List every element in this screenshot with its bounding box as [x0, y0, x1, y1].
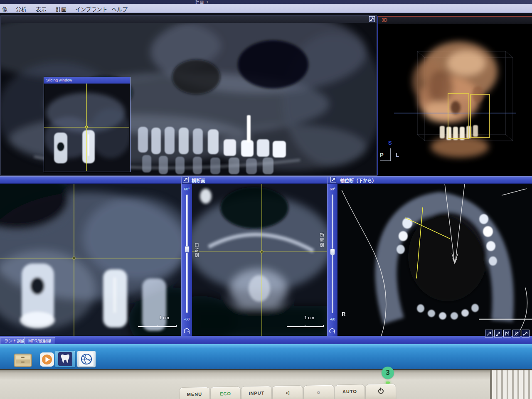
- dental-app-button[interactable]: [55, 351, 75, 367]
- slider-min-label: -60: [182, 317, 192, 321]
- menu-item-view[interactable]: 表示: [36, 5, 47, 13]
- view3d-panel-header: 3D: [378, 16, 532, 24]
- palatal-side-label: 口蓋側: [194, 243, 200, 259]
- scale-label: 1 cm: [159, 315, 169, 320]
- cross-section-2-title: 横断面: [192, 177, 205, 184]
- slicing-window[interactable]: Slicing window: [44, 77, 131, 172]
- menu-item-analysis[interactable]: 分析: [16, 5, 27, 13]
- angle-slider-1[interactable]: 60° -60: [182, 184, 192, 336]
- panoramic-view[interactable]: Slicing window: [1, 23, 377, 175]
- cross-section-2-panel: 横断面 60° -60: [182, 177, 328, 336]
- brightness-button[interactable]: ☼: [304, 385, 334, 399]
- axis-posterior-label: P: [380, 152, 384, 158]
- maximize-icon[interactable]: [369, 16, 375, 22]
- maximize-icon[interactable]: [330, 177, 336, 182]
- monitor-button-row: MENU ECO INPUT ◁ ☼ AUTO: [180, 384, 396, 399]
- menu-button[interactable]: MENU: [180, 387, 209, 399]
- menu-item-implant[interactable]: インプラント: [75, 5, 108, 13]
- panoramic-panel: Slicing window: [1, 16, 377, 175]
- view3d-title: 3D: [382, 17, 387, 22]
- maximize-icon[interactable]: [183, 177, 189, 182]
- menu-item-plan[interactable]: 計画: [56, 5, 66, 13]
- cross-section-1-xray: [0, 184, 182, 336]
- screen-edge: [0, 369, 532, 370]
- axial-view[interactable]: R: [337, 184, 532, 336]
- rotate-icon[interactable]: [329, 328, 336, 335]
- menu-item-help[interactable]: ヘルプ: [111, 5, 128, 13]
- right-orientation-label: R: [342, 311, 345, 317]
- window-blinds-background: [490, 370, 532, 399]
- view3d-view[interactable]: S P L: [378, 24, 532, 176]
- file-cabinet-icon[interactable]: [13, 352, 32, 367]
- cross-section-1-view[interactable]: 1 cm: [0, 184, 182, 336]
- power-led: [386, 382, 390, 384]
- axial-xray-image: [337, 184, 532, 336]
- auto-button[interactable]: AUTO: [335, 384, 365, 399]
- slider-min-label: -60: [328, 317, 337, 321]
- menu-bar: 像 分析 表示 計画 インプラント ヘルプ: [0, 4, 532, 13]
- cross-section-2-header: 横断面: [182, 177, 328, 184]
- slider-handle[interactable]: [185, 246, 190, 253]
- axis-left-label: L: [396, 152, 399, 158]
- angle-slider-2[interactable]: 60° -60: [328, 184, 337, 336]
- bottom-tab-bar: ラント調整 MPR/放射線: [0, 336, 532, 345]
- volume-button[interactable]: ◁: [273, 386, 303, 399]
- measure-tool-icon[interactable]: [503, 330, 511, 337]
- app-title-bar: 計画 1: [0, 0, 532, 4]
- power-button[interactable]: [366, 384, 396, 399]
- speaker-icon: ◁: [286, 390, 290, 395]
- implant-planner-icon[interactable]: [77, 351, 96, 367]
- slider-track[interactable]: [186, 195, 188, 313]
- scale-label: 1 cm: [304, 315, 314, 320]
- skull-3d-render: [378, 24, 532, 176]
- input-button[interactable]: INPUT: [241, 386, 271, 399]
- cross-section-2-xray: [192, 184, 328, 336]
- rotate-icon[interactable]: [183, 328, 191, 335]
- view3d-panel: 3D: [377, 16, 532, 175]
- axial-panel-header: 軸位断（下から）: [328, 177, 532, 184]
- axial-title: 軸位断（下から）: [340, 177, 377, 184]
- buccal-side-label: 頬唇側: [319, 233, 325, 249]
- slider-handle[interactable]: [330, 249, 335, 255]
- brightness-icon: ☼: [316, 389, 321, 394]
- cross-section-2-view[interactable]: 口蓋側 頬唇側 1 cm: [192, 184, 328, 336]
- measure-tool-group: [485, 330, 530, 337]
- panoramic-panel-header: [1, 16, 377, 23]
- cross-section-1-header: [0, 177, 182, 184]
- monitor-bezel: 3 MENU ECO INPUT ◁ ☼ AUTO: [0, 369, 532, 399]
- power-icon: [378, 389, 384, 394]
- tab-mpr-radiology[interactable]: MPR/放射線: [24, 337, 55, 345]
- measure-tool-icon[interactable]: [512, 330, 520, 337]
- eco-button[interactable]: ECO: [210, 387, 240, 399]
- number-sticker: 3: [382, 367, 394, 379]
- menu-item-image[interactable]: 像: [2, 5, 7, 13]
- os-taskbar: [0, 344, 532, 369]
- axis-superior-label: S: [388, 140, 392, 146]
- slicing-window-xray: [44, 84, 129, 171]
- measure-tool-icon[interactable]: [485, 330, 493, 337]
- slider-max-label: 60°: [328, 187, 337, 191]
- window-title-fragment: 計画 1: [195, 0, 209, 4]
- axial-panel: 軸位断（下から） 60° -60: [328, 177, 532, 336]
- slicing-window-title[interactable]: Slicing window: [44, 77, 130, 84]
- measure-tool-icon[interactable]: [522, 330, 530, 337]
- slider-max-label: 60°: [182, 187, 192, 191]
- cross-section-1-panel: 1 cm: [0, 177, 182, 336]
- measure-tool-icon[interactable]: [494, 330, 502, 337]
- media-player-icon[interactable]: [40, 352, 54, 367]
- monitor-screen: 計画 1 像 分析 表示 計画 インプラント ヘルプ: [0, 0, 532, 399]
